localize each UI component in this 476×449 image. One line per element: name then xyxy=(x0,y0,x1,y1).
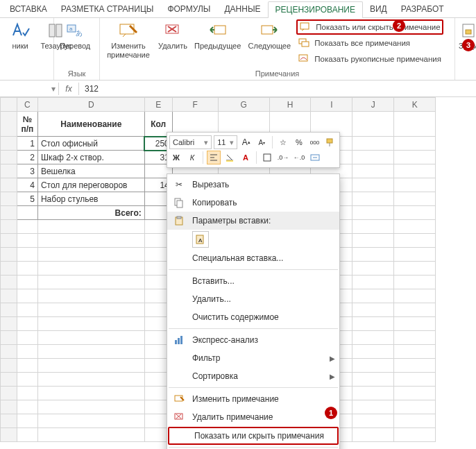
font-color-icon[interactable]: A xyxy=(239,151,253,164)
row-header[interactable] xyxy=(1,262,17,276)
row-header[interactable] xyxy=(1,112,17,137)
col-header[interactable]: G xyxy=(218,98,269,112)
cell[interactable] xyxy=(352,206,394,220)
col-header[interactable]: C xyxy=(17,98,37,112)
shrink-font-icon[interactable]: A▾ xyxy=(255,135,269,149)
percent-format-icon[interactable]: % xyxy=(292,135,306,149)
ctx-delete[interactable]: Удалить... xyxy=(167,290,339,308)
ctx-clear[interactable]: Очистить содержимое xyxy=(167,308,339,326)
ctx-insert[interactable]: Вставить... xyxy=(167,272,339,290)
col-header[interactable]: J xyxy=(352,98,394,112)
translate-button[interactable]: aあ Перевод xyxy=(58,19,92,52)
borders-icon[interactable] xyxy=(260,151,274,164)
formula-value[interactable]: 312 xyxy=(79,84,476,94)
ctx-copy[interactable]: Копировать xyxy=(167,194,339,212)
cell[interactable] xyxy=(352,137,394,151)
ctx-paste-special[interactable]: Специальная вставка... xyxy=(167,249,339,267)
increase-decimal-icon[interactable]: .0→ xyxy=(276,151,290,164)
cell[interactable]: 1 xyxy=(17,137,37,151)
cell[interactable]: № п/п xyxy=(17,112,37,137)
ctx-sort[interactable]: Сортировка▶ xyxy=(167,367,339,385)
col-header[interactable]: D xyxy=(37,98,144,112)
next-comment-button[interactable]: Следующее xyxy=(246,19,292,52)
row-header[interactable] xyxy=(1,248,17,262)
showhide-comment-button[interactable]: Показать или скрыть примечание xyxy=(296,19,443,35)
row-header[interactable] xyxy=(1,151,17,164)
cell[interactable]: Шкаф 2-х створ. xyxy=(37,151,144,164)
accounting-format-icon[interactable]: ☆ xyxy=(276,135,290,149)
row-header[interactable] xyxy=(1,428,17,442)
cell-total-label[interactable]: Всего: xyxy=(37,206,144,220)
cell[interactable] xyxy=(394,112,436,137)
tab-page-layout[interactable]: РАЗМЕТКА СТРАНИЦЫ xyxy=(54,1,161,17)
fill-color-icon[interactable] xyxy=(223,151,237,164)
fx-label[interactable]: fx xyxy=(59,84,78,94)
tab-data[interactable]: ДАННЫЕ xyxy=(217,1,267,17)
tab-developer[interactable]: РАЗРАБОТ xyxy=(394,1,451,17)
cell[interactable] xyxy=(352,164,394,178)
align-left-icon[interactable] xyxy=(207,151,221,164)
cell[interactable]: Наименование xyxy=(37,112,144,137)
row-header[interactable] xyxy=(1,178,17,192)
row-header[interactable] xyxy=(1,331,17,345)
cell[interactable]: 5 xyxy=(17,192,37,206)
ctx-delete-comment[interactable]: Удалить примечание xyxy=(167,408,339,426)
row-header[interactable] xyxy=(1,220,17,234)
paste-option-default[interactable]: A xyxy=(192,231,209,248)
cell[interactable] xyxy=(352,112,394,137)
cell[interactable] xyxy=(394,192,436,206)
ctx-cut[interactable]: ✂Вырезать xyxy=(167,176,339,194)
cell[interactable]: 3 xyxy=(17,164,37,178)
font-select[interactable]: Calibri▾ xyxy=(169,135,212,149)
row-header[interactable] xyxy=(1,303,17,317)
prev-comment-button[interactable]: Предыдущее xyxy=(193,19,242,52)
showall-comments-button[interactable]: Показать все примечания xyxy=(296,35,443,51)
name-box-drop-icon[interactable]: ▾ xyxy=(49,84,58,94)
tab-formulas[interactable]: ФОРМУЛЫ xyxy=(160,1,217,17)
row-header[interactable] xyxy=(1,373,17,387)
row-header[interactable] xyxy=(1,400,17,414)
cell[interactable] xyxy=(352,151,394,164)
cell[interactable]: 4 xyxy=(17,178,37,192)
cell[interactable] xyxy=(394,137,436,151)
format-painter-icon[interactable] xyxy=(323,135,337,149)
row-header[interactable] xyxy=(1,276,17,289)
cell[interactable] xyxy=(17,206,37,220)
row-header[interactable] xyxy=(1,414,17,428)
cell[interactable]: 2 xyxy=(17,151,37,164)
cell[interactable] xyxy=(394,178,436,192)
cell[interactable] xyxy=(394,151,436,164)
row-header[interactable] xyxy=(1,234,17,248)
cell[interactable] xyxy=(352,178,394,192)
ctx-filter[interactable]: Фильтр▶ xyxy=(167,349,339,367)
decrease-decimal-icon[interactable]: ←.0 xyxy=(292,151,306,164)
cell[interactable] xyxy=(394,206,436,220)
row-header[interactable] xyxy=(1,289,17,303)
size-select[interactable]: 11▾ xyxy=(214,135,237,149)
bold-button[interactable]: Ж xyxy=(169,151,183,164)
row-header[interactable] xyxy=(1,192,17,206)
comma-format-icon[interactable]: 000 xyxy=(308,135,322,149)
select-all-corner[interactable] xyxy=(1,98,17,112)
col-header[interactable]: F xyxy=(172,98,218,112)
tab-review[interactable]: РЕЦЕНЗИРОВАНИЕ xyxy=(268,1,363,18)
cell[interactable]: Вешелка xyxy=(37,164,144,178)
ctx-quick-analysis[interactable]: Экспресс-анализ xyxy=(167,331,339,349)
tab-view[interactable]: ВИД xyxy=(363,1,394,17)
row-header[interactable] xyxy=(1,317,17,331)
row-header[interactable] xyxy=(1,164,17,178)
italic-button[interactable]: К xyxy=(185,151,199,164)
grow-font-icon[interactable]: A▴ xyxy=(239,135,253,149)
cell[interactable]: Стол офисный xyxy=(37,137,144,151)
row-header[interactable] xyxy=(1,359,17,373)
ctx-showhide-comment[interactable]: Показать или скрыть примечания xyxy=(168,427,339,445)
col-header[interactable]: K xyxy=(394,98,436,112)
merge-icon[interactable] xyxy=(308,151,322,164)
row-header[interactable] xyxy=(1,387,17,400)
tab-insert[interactable]: ВСТАВКА xyxy=(3,1,54,17)
col-header[interactable]: H xyxy=(269,98,311,112)
ctx-edit-comment[interactable]: Изменить примечание xyxy=(167,390,339,408)
row-header[interactable] xyxy=(1,137,17,151)
delete-comment-button[interactable]: Удалить xyxy=(157,19,189,52)
row-header[interactable] xyxy=(1,345,17,359)
